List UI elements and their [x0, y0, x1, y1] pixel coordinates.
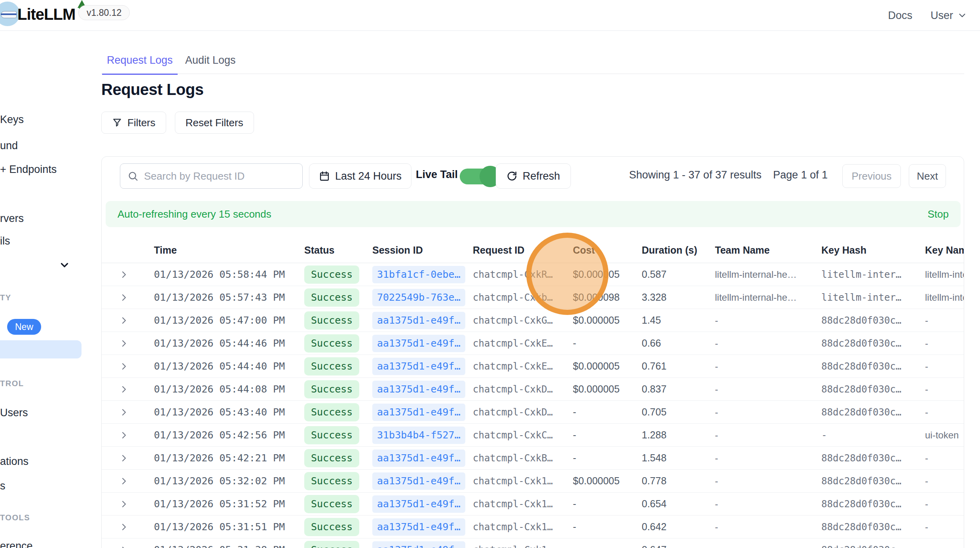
table-row[interactable]: 01/13/2026 05:47:00 PM Success aa1375d1-…	[102, 309, 964, 332]
sidebar-section-ty: TY	[0, 293, 11, 302]
tab-audit-logs[interactable]: Audit Logs	[185, 54, 236, 74]
expand-row-chevron-icon[interactable]	[102, 316, 154, 325]
row-key-hash: 88dc28d0f030c…	[821, 338, 925, 349]
expand-row-chevron-icon[interactable]	[102, 408, 154, 417]
row-request-id: chatcmpl-CxkE…	[473, 361, 573, 372]
row-key-name: -	[925, 384, 964, 395]
calendar-icon	[319, 171, 330, 182]
expand-row-chevron-icon[interactable]	[102, 293, 154, 302]
reset-filters-label: Reset Filters	[186, 117, 243, 129]
table-row[interactable]: 01/13/2026 05:31:38 PM Success aa1375d1-…	[102, 539, 964, 548]
column-duration: Duration (s)	[642, 245, 715, 256]
sidebar-collapse-chevron-icon[interactable]	[59, 259, 70, 271]
session-id-link[interactable]: aa1375d1-e49f…	[372, 312, 465, 329]
sidebar-item-endpoints[interactable]: + Endpoints	[0, 163, 57, 176]
table-row[interactable]: 01/13/2026 05:44:08 PM Success aa1375d1-…	[102, 378, 964, 401]
litellm-logo-icon	[0, 2, 20, 26]
table-row[interactable]: 01/13/2026 05:58:44 PM Success 31bfa1cf-…	[102, 263, 964, 286]
session-id-link[interactable]: aa1375d1-e49f…	[372, 449, 465, 467]
sidebar-item-reference[interactable]: erence	[0, 540, 33, 548]
row-request-id: chatcmpl-CxkC…	[473, 430, 573, 441]
expand-row-chevron-icon[interactable]	[102, 499, 154, 509]
session-id-link[interactable]: 31bfa1cf-0ebe…	[372, 266, 465, 283]
row-duration: 0.654	[642, 498, 715, 510]
session-id-link[interactable]: 7022549b-763e…	[372, 289, 465, 306]
live-tail-label: Live Tail	[416, 169, 458, 181]
row-key-hash: 88dc28d0f030c…	[821, 453, 925, 464]
expand-row-chevron-icon[interactable]	[102, 362, 154, 371]
table-row[interactable]: 01/13/2026 05:31:52 PM Success aa1375d1-…	[102, 493, 964, 516]
row-request-id: chatcmpl-Cxkb…	[473, 292, 573, 303]
status-badge: Success	[304, 288, 359, 307]
row-key-hash: 88dc28d0f030c…	[821, 407, 925, 418]
refresh-button[interactable]: Refresh	[496, 163, 571, 189]
session-id-link[interactable]: aa1375d1-e49f…	[372, 518, 465, 536]
expand-row-chevron-icon[interactable]	[102, 270, 154, 279]
tab-request-logs[interactable]: Request Logs	[107, 54, 173, 74]
sidebar-item-users[interactable]: Users	[0, 407, 28, 419]
table-row[interactable]: 01/13/2026 05:44:40 PM Success aa1375d1-…	[102, 355, 964, 378]
row-cost: $0.000005	[573, 475, 642, 487]
refresh-label: Refresh	[523, 170, 560, 182]
column-time: Time	[154, 245, 304, 256]
row-status: Success	[304, 334, 372, 353]
row-time: 01/13/2026 05:31:52 PM	[154, 498, 304, 510]
sidebar-item-active-logs[interactable]	[0, 340, 82, 358]
sidebar-section-tools: TOOLS	[0, 513, 30, 522]
expand-row-chevron-icon[interactable]	[102, 522, 154, 532]
search-input[interactable]	[144, 170, 295, 182]
expand-row-chevron-icon[interactable]	[102, 430, 154, 440]
table-row[interactable]: 01/13/2026 05:32:02 PM Success aa1375d1-…	[102, 470, 964, 493]
previous-button[interactable]: Previous	[842, 164, 901, 188]
table-row[interactable]: 01/13/2026 05:57:43 PM Success 7022549b-…	[102, 286, 964, 309]
session-id-link[interactable]: aa1375d1-e49f…	[372, 404, 465, 421]
expand-row-chevron-icon[interactable]	[102, 453, 154, 463]
expand-row-chevron-icon[interactable]	[102, 545, 154, 548]
time-range-button[interactable]: Last 24 Hours	[309, 163, 411, 189]
sidebar-item-guardrails[interactable]: ils	[0, 235, 10, 247]
row-cost: -	[573, 452, 642, 464]
session-id-link[interactable]: aa1375d1-e49f…	[372, 381, 465, 398]
sidebar-item-playground[interactable]: und	[0, 140, 18, 152]
expand-row-chevron-icon[interactable]	[102, 339, 154, 348]
docs-link[interactable]: Docs	[888, 9, 912, 22]
reset-filters-button[interactable]: Reset Filters	[175, 112, 254, 134]
row-duration: 0.642	[642, 521, 715, 533]
expand-row-chevron-icon[interactable]	[102, 476, 154, 486]
live-tail-toggle[interactable]	[460, 169, 498, 184]
table-row[interactable]: 01/13/2026 05:43:40 PM Success aa1375d1-…	[102, 401, 964, 424]
session-id-link[interactable]: aa1375d1-e49f…	[372, 358, 465, 375]
table-row[interactable]: 01/13/2026 05:31:51 PM Success aa1375d1-…	[102, 516, 964, 539]
session-id-link[interactable]: aa1375d1-e49f…	[372, 472, 465, 490]
row-status: Success	[304, 472, 372, 490]
table-row[interactable]: 01/13/2026 05:42:21 PM Success aa1375d1-…	[102, 447, 964, 470]
user-menu[interactable]: User	[931, 9, 967, 22]
session-id-link[interactable]: aa1375d1-e49f…	[372, 541, 465, 548]
row-key-name: -	[925, 453, 964, 464]
expand-row-chevron-icon[interactable]	[102, 385, 154, 394]
search-box	[120, 163, 303, 189]
row-request-id: chatcmpl-Cxk1…	[473, 544, 573, 548]
table-row[interactable]: 01/13/2026 05:42:56 PM Success 31b3b4b4-…	[102, 424, 964, 447]
user-menu-label: User	[931, 9, 953, 22]
row-duration: 0.705	[642, 406, 715, 418]
new-badge: New	[7, 319, 41, 335]
row-request-id: chatcmpl-CxkD…	[473, 384, 573, 395]
filters-button[interactable]: Filters	[101, 112, 166, 134]
table-row[interactable]: 01/13/2026 05:44:46 PM Success aa1375d1-…	[102, 332, 964, 355]
row-time: 01/13/2026 05:44:08 PM	[154, 383, 304, 395]
session-id-link[interactable]: aa1375d1-e49f…	[372, 495, 465, 513]
sidebar-item-organizations[interactable]: ations	[0, 455, 28, 468]
sidebar: Keys und + Endpoints rvers ils TY New TR…	[0, 31, 87, 548]
search-icon	[127, 171, 138, 182]
next-button[interactable]: Next	[909, 164, 946, 188]
stop-auto-refresh-link[interactable]: Stop	[928, 208, 949, 220]
session-id-link[interactable]: 31b3b4b4-f527…	[372, 427, 465, 444]
sidebar-item-teams[interactable]: s	[0, 480, 6, 492]
session-id-link[interactable]: aa1375d1-e49f…	[372, 335, 465, 352]
sidebar-item-keys[interactable]: Keys	[0, 114, 24, 126]
row-team-name: -	[715, 315, 821, 326]
row-time: 01/13/2026 05:43:40 PM	[154, 406, 304, 418]
row-session: aa1375d1-e49f…	[372, 449, 473, 467]
sidebar-item-servers[interactable]: rvers	[0, 212, 24, 225]
